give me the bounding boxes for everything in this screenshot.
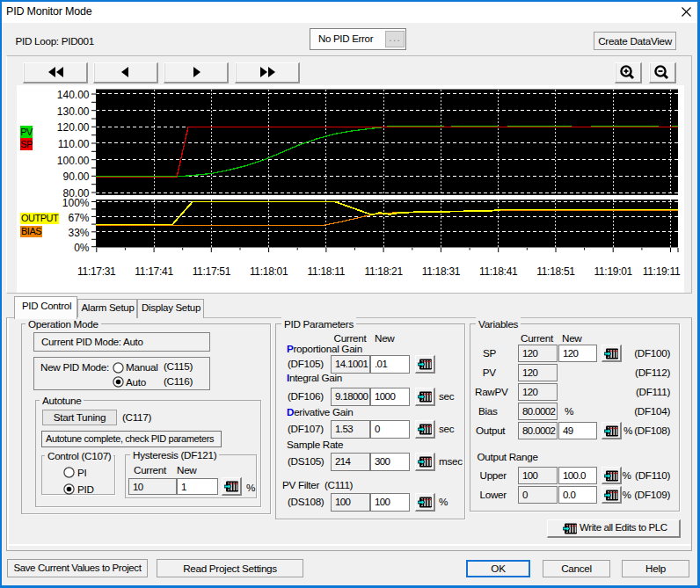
svg-text:67%: 67% [68,212,89,224]
svg-text:11:19:11: 11:19:11 [643,265,681,278]
svg-text:11:17:41: 11:17:41 [135,265,173,278]
svg-text:11:18:51: 11:18:51 [536,265,575,278]
svg-text:100%: 100% [62,197,90,209]
svg-text:11:18:11: 11:18:11 [308,265,346,278]
svg-text:11:18:41: 11:18:41 [479,265,518,278]
svg-text:120.00: 120.00 [57,121,90,134]
svg-text:0%: 0% [74,242,90,254]
svg-text:11:17:31: 11:17:31 [77,265,116,278]
svg-text:33%: 33% [68,227,89,239]
svg-text:100.00: 100.00 [57,155,90,167]
svg-text:11:17:51: 11:17:51 [193,265,231,278]
svg-text:11:18:31: 11:18:31 [422,265,461,278]
svg-text:11:19:01: 11:19:01 [594,265,633,278]
svg-text:11:18:01: 11:18:01 [250,265,288,278]
svg-text:130.00: 130.00 [57,105,90,118]
svg-text:140.00: 140.00 [57,89,90,101]
svg-text:11:18:21: 11:18:21 [364,265,403,278]
svg-text:110.00: 110.00 [58,138,90,150]
svg-text:90.00: 90.00 [62,171,89,183]
